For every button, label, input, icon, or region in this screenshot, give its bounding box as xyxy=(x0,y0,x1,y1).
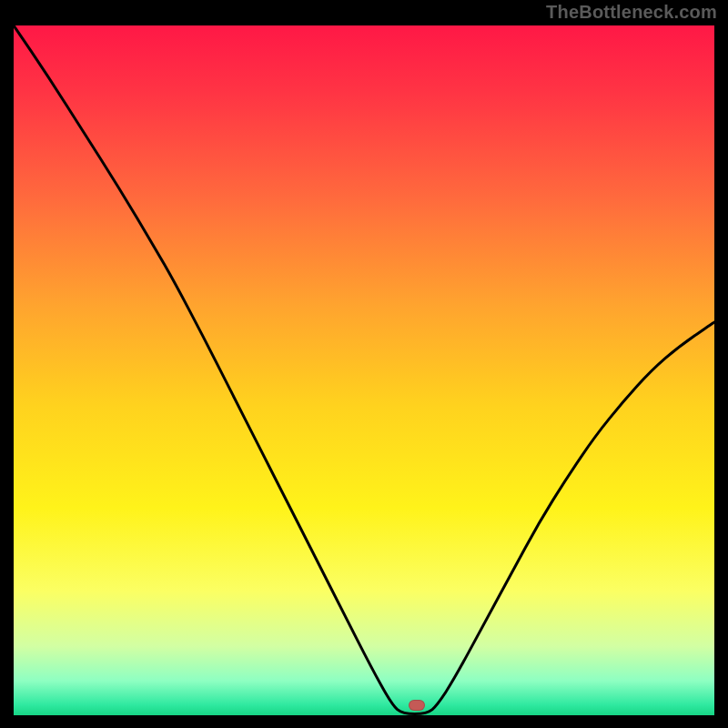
chart-frame: TheBottleneck.com xyxy=(0,0,728,728)
gradient-background xyxy=(14,25,714,715)
optimal-marker xyxy=(409,700,425,711)
watermark-text: TheBottleneck.com xyxy=(546,2,717,23)
plot-area xyxy=(14,25,714,715)
svg-rect-0 xyxy=(14,25,714,715)
